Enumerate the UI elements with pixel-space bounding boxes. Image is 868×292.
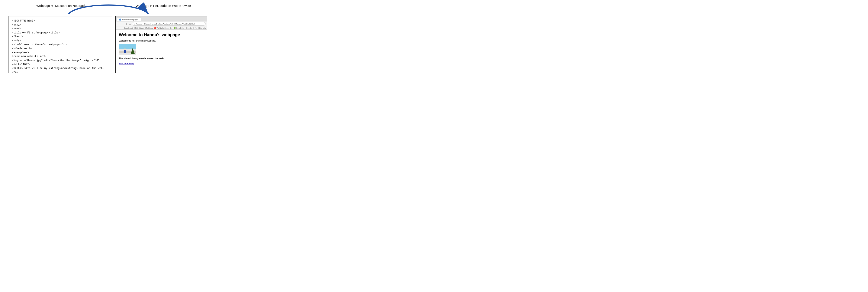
forward-button[interactable]: → <box>121 22 124 25</box>
tiedosto-label: Tiedosto | <box>136 23 144 25</box>
person-decoration <box>124 50 126 53</box>
browser-label: Webpage HTML code on Web Browser <box>118 4 208 7</box>
address-text: C:/Users/Hannu/Desktop/Academy/2.%20Mana… <box>144 23 194 25</box>
back-button[interactable]: ← <box>117 22 120 25</box>
address-input[interactable]: ℹ Tiedosto | C:/Users/Hannu/Desktop/Acad… <box>132 22 206 26</box>
strong-text: new home on the web. <box>139 57 164 60</box>
tab-title: My First Webpage <box>122 19 137 21</box>
new-tab-button[interactable]: + <box>142 17 146 22</box>
browser-content: Welcome to Hannu's webpage Welcome to my… <box>116 30 207 73</box>
bookmark-tutkimus[interactable]: □ Tutkimus <box>145 27 153 29</box>
bookmark-paivittaiset[interactable]: □ Päivittäiset <box>134 27 144 29</box>
notepad-code: <!DOCTYPE html> <html> <head> <title>My … <box>12 19 109 73</box>
webpage-p1: Welcome to my brand new website. <box>119 39 204 42</box>
address-bar: ← → ↻ ⌂ ℹ Tiedosto | C:/Users/Hannu/Desk… <box>116 22 207 27</box>
favicon-icon <box>119 19 121 21</box>
reload-button[interactable]: ↻ <box>125 22 128 26</box>
browser-tab[interactable]: My First Webpage × <box>117 18 142 21</box>
bookmarks-bar: ⋮⋮⋮ Sovellukset □ Päivittäiset □ Tutkimu… <box>116 27 207 30</box>
tab-close-button[interactable]: × <box>138 19 140 21</box>
bookmark-sovellukset[interactable]: Sovellukset <box>124 27 133 29</box>
browser-panel: My First Webpage × + ← → ↻ ⌂ ℹ Tiedost <box>115 16 207 73</box>
bookmark-yo[interactable]: □ Yo <box>193 27 197 29</box>
bookmark-drive[interactable]: 🟢 Oma Drive – Googl... <box>174 27 192 29</box>
home-button[interactable]: ⌂ <box>129 22 131 25</box>
fab-academy-link[interactable]: Fab Academy <box>119 62 134 65</box>
bookmark-urheilu[interactable]: □ Urheilu <box>207 27 207 29</box>
bookmark-yle[interactable]: 🔴 Yle Radio Suomi O... <box>154 27 173 29</box>
my-em: my <box>132 39 135 42</box>
trees-decoration <box>130 48 135 54</box>
apps-icon: ⋮⋮⋮ <box>117 27 123 29</box>
browser-tab-bar: My First Webpage × + <box>116 16 207 22</box>
webpage-heading: Welcome to Hannu's webpage <box>119 32 204 37</box>
webpage-image <box>119 44 136 56</box>
notepad-label: Webpage HTML code on Notepad <box>8 4 113 7</box>
flow-arrow <box>8 1 208 17</box>
webpage-p2: This site will be my new home on the web… <box>119 57 204 60</box>
browser-chrome: My First Webpage × + ← → ↻ ⌂ ℹ Tiedost <box>116 16 207 30</box>
bookmark-harraste[interactable]: □ Harraste <box>198 27 206 29</box>
notepad-panel: <!DOCTYPE html> <html> <head> <title>My … <box>8 16 113 73</box>
